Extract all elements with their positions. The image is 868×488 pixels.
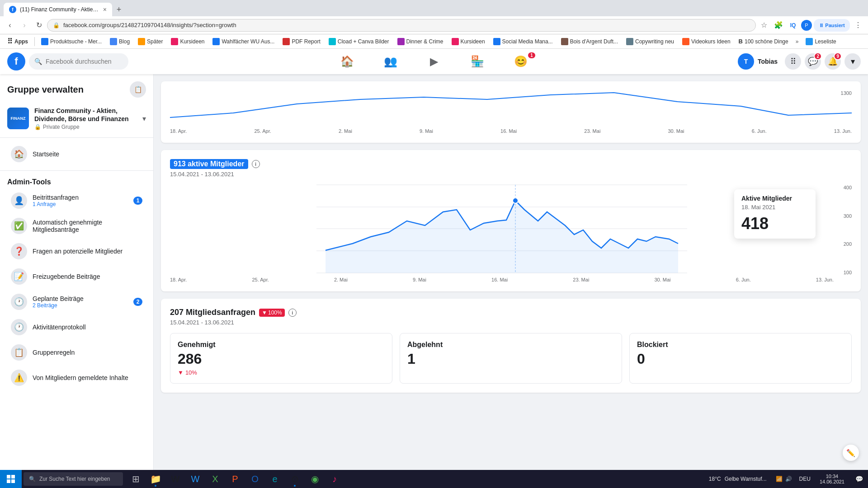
- dropdown-arrow-icon: ▾: [142, 114, 146, 123]
- network-icon[interactable]: 📶: [776, 476, 783, 482]
- new-tab-button[interactable]: +: [112, 3, 126, 16]
- bookmark-100dinge[interactable]: B 100 schöne Dinge: [735, 37, 792, 46]
- search-bar[interactable]: 🔍: [29, 53, 128, 70]
- taskbar-apps: ⊞ 📁 W W X P O e ⊙ ◉ ♪: [127, 470, 344, 488]
- taskbar-app-explorer[interactable]: 📁: [146, 470, 165, 488]
- tab-title: (11) Finanz Community - Aktien...: [20, 6, 99, 13]
- svg-rect-9: [7, 479, 10, 483]
- close-tab-button[interactable]: ×: [103, 6, 107, 13]
- fragen-icon: ❓: [11, 243, 27, 259]
- taskbar-app-excel[interactable]: X: [206, 470, 224, 488]
- forward-button[interactable]: ›: [18, 19, 31, 32]
- group-privacy: 🔒 Private Gruppe: [34, 124, 137, 130]
- ppt-icon: P: [232, 474, 238, 484]
- bookmark-spaeter[interactable]: Später: [134, 37, 166, 46]
- bookmark-bois[interactable]: Bois d'Argent Duft...: [557, 37, 622, 46]
- group-card[interactable]: FINANZ Finanz Community - Aktien, Divide…: [0, 103, 153, 134]
- start-button[interactable]: [0, 470, 22, 488]
- bookmark-canva[interactable]: Cload + Canva Bilder: [325, 37, 393, 46]
- account-menu-button[interactable]: ▾: [844, 53, 861, 70]
- taskbar-app-chrome[interactable]: ⊙: [286, 470, 304, 488]
- stat-genehmigt: Genehmigt 286 ▼ 10%: [170, 333, 392, 384]
- nav-friends[interactable]: 👥: [369, 49, 412, 74]
- taskbar-app-word2[interactable]: W: [186, 470, 204, 488]
- bookmark-socialmedia[interactable]: Social Media Mana...: [490, 37, 557, 46]
- x-label: 9. Mai: [413, 277, 426, 282]
- profile-button[interactable]: P: [801, 20, 812, 31]
- edit-share-button[interactable]: ✏️: [843, 445, 859, 461]
- bookmark-label: Blog: [119, 38, 130, 45]
- iq-button[interactable]: IQ: [787, 19, 799, 32]
- groups-badge: 1: [528, 52, 535, 58]
- extensions-button[interactable]: 🧩: [772, 19, 785, 32]
- bookmark-label: 100 schöne Dinge: [745, 38, 788, 45]
- manage-icon-button[interactable]: 📋: [130, 81, 146, 98]
- nav-groups[interactable]: 😊 1: [499, 49, 542, 74]
- sidebar-item-auto-genehmigt[interactable]: ✅ Automatisch genehmigte Mitgliedsanträg…: [4, 214, 150, 238]
- sidebar-item-regeln[interactable]: 📋 Gruppenregeln: [4, 341, 150, 364]
- volume-icon[interactable]: 🔊: [785, 476, 792, 482]
- nav-marketplace[interactable]: 🏪: [456, 49, 499, 74]
- apps-grid-button[interactable]: ⠿: [785, 53, 801, 70]
- sidebar-item-aktivitaeten[interactable]: 🕐 Aktivitätenprotokoll: [4, 315, 150, 339]
- action-center-button[interactable]: 💬: [850, 470, 868, 488]
- pause-button[interactable]: ⏸ Pausiert: [814, 19, 850, 32]
- user-profile-button[interactable]: T Tobias: [734, 52, 781, 71]
- reload-button[interactable]: ↻: [33, 19, 45, 32]
- nav-home[interactable]: 🏠: [326, 49, 369, 74]
- info-icon-membership[interactable]: i: [288, 309, 297, 317]
- bookmark-copywriting[interactable]: Copywriting neu: [623, 37, 678, 46]
- notifications-button[interactable]: 🔔 9: [825, 53, 841, 70]
- sidebar-item-geplante[interactable]: 🕐 Geplante Beiträge 2 Beiträge 2: [4, 290, 150, 314]
- bookmark-dinner[interactable]: Dinner & Crime: [394, 37, 447, 46]
- browser-toolbar: ‹ › ↻ 🔒 facebook.com/groups/214827109704…: [0, 16, 868, 34]
- taskbar-app-app1[interactable]: ◉: [306, 470, 324, 488]
- sidebar-item-beitrittsanfragen[interactable]: 👤 Beitrittsanfragen 1 Anfrage 1: [4, 189, 150, 212]
- bookmarks-more-button[interactable]: »: [793, 38, 802, 46]
- info-icon-active[interactable]: i: [252, 160, 260, 168]
- bookmark-leseliste[interactable]: Leseliste: [802, 37, 840, 46]
- bookmark-kursideen2[interactable]: Kursideen: [448, 37, 489, 46]
- bookmark-label: Leseliste: [815, 38, 836, 45]
- apps-bookmark[interactable]: ⠿ Apps: [4, 36, 32, 47]
- bookmark-kursideen1[interactable]: Kursideen: [167, 37, 208, 46]
- sidebar-item-freizugebende[interactable]: 📝 Freizugebende Beiträge: [4, 265, 150, 288]
- taskbar-app-ppt[interactable]: P: [226, 470, 244, 488]
- sidebar-item-gemeldet[interactable]: ⚠️ Von Mitgliedern gemeldete Inhalte: [4, 366, 150, 389]
- url-bar[interactable]: 🔒 facebook.com/groups/214827109704148/in…: [47, 19, 756, 32]
- facebook-logo[interactable]: f: [7, 52, 25, 70]
- back-button[interactable]: ‹: [4, 19, 16, 32]
- bookmark-wahlfaecher[interactable]: Wahlfächer WU Aus...: [209, 37, 278, 46]
- bookmark-star-button[interactable]: ☆: [758, 19, 770, 32]
- bookmark-produktsuche[interactable]: Produktsuche - Mer...: [38, 37, 105, 46]
- bookmark-label: Social Media Mana...: [502, 38, 553, 45]
- taskbar-app-app2[interactable]: ♪: [326, 470, 344, 488]
- bookmark-videokurs[interactable]: Videokurs Ideen: [679, 37, 734, 46]
- top-chart-partial: 1300 18. Apr. 25. Apr. 2. Mai 9. Mai 16.…: [161, 81, 861, 143]
- nav-watch[interactable]: ▶: [412, 49, 456, 74]
- search-input[interactable]: [46, 58, 118, 65]
- explorer-icon: 📁: [150, 474, 161, 484]
- taskbar-app-outlook[interactable]: O: [246, 470, 264, 488]
- x-label: 23. Mai: [573, 277, 589, 282]
- sidebar-item-startseite[interactable]: 🏠 Startseite: [4, 142, 150, 166]
- bookmark-pdf[interactable]: PDF Report: [279, 37, 324, 46]
- outlook-icon: O: [251, 474, 259, 484]
- group-name: Finanz Community - Aktien, Dividende, Bö…: [34, 107, 137, 123]
- top-navigation: f 🔍 🏠 👥 ▶ 🏪 😊 1 T: [0, 49, 868, 74]
- apps-label: Apps: [14, 38, 28, 45]
- taskbar-search[interactable]: 🔍 Zur Suche Text hier eingeben: [24, 472, 123, 486]
- privacy-label: Private Gruppe: [43, 124, 80, 130]
- taskbar-app-edge[interactable]: e: [266, 470, 284, 488]
- messenger-button[interactable]: 💬 2: [805, 53, 821, 70]
- sidebar-item-fragen[interactable]: ❓ Fragen an potenzielle Mitglieder: [4, 239, 150, 263]
- active-tab[interactable]: f (11) Finanz Community - Aktien... ×: [4, 3, 112, 16]
- bookmark-blog[interactable]: Blog: [106, 37, 133, 46]
- chart1-xaxis: 18. Apr. 25. Apr. 2. Mai 9. Mai 16. Mai …: [170, 275, 852, 282]
- taskbar-app-word[interactable]: W: [166, 470, 184, 488]
- browser-action-buttons: ☆ 🧩 IQ P ⏸ Pausiert ⋮: [758, 19, 864, 32]
- taskbar-clock[interactable]: 10:34 14.06.2021: [814, 470, 850, 488]
- taskbar-app-taskview[interactable]: ⊞: [127, 470, 145, 488]
- lock-icon: 🔒: [34, 124, 41, 130]
- menu-button[interactable]: ⋮: [852, 19, 864, 32]
